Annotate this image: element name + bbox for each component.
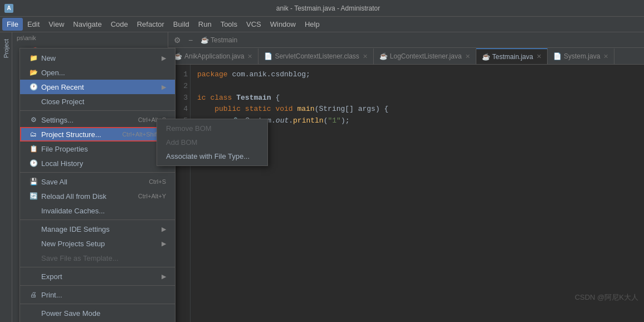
- power-save-icon: [29, 309, 38, 318]
- menu-run[interactable]: Run: [194, 18, 216, 31]
- export-arrow: ▶: [162, 273, 166, 280]
- menu-navigate[interactable]: Navigate: [69, 18, 106, 31]
- menu-new-projects[interactable]: New Projects Setup ▶: [20, 236, 175, 251]
- tab-servletcontextlistener[interactable]: 📄 ServletContextListener.class ✕: [258, 48, 373, 64]
- menu-open-recent-label: Open Recent: [41, 83, 84, 91]
- menu-file-properties-label: File Properties: [41, 145, 88, 153]
- open-icon: 📂: [29, 68, 38, 77]
- menu-edit[interactable]: Edit: [23, 18, 44, 31]
- menu-view[interactable]: View: [44, 18, 69, 31]
- menu-settings-label: Settings...: [41, 116, 74, 124]
- close-project-icon: [29, 97, 38, 106]
- breadcrumb-tab: ☕ Testmain: [201, 36, 237, 44]
- menu-manage-ide[interactable]: Manage IDE Settings ▶: [20, 222, 175, 236]
- code-line-3: ic class Testmain {: [197, 92, 637, 104]
- menu-reload-label: Reload All from Disk: [41, 192, 106, 201]
- reload-icon: 🔄: [29, 192, 38, 201]
- code-editor[interactable]: package com.anik.csdnblog; ic class Test…: [191, 65, 644, 322]
- project-panel-header: ps\anik: [12, 32, 168, 43]
- close-logcontextlistener[interactable]: ✕: [465, 53, 470, 60]
- separator-3: [20, 219, 175, 220]
- menu-file[interactable]: File: [2, 18, 23, 31]
- menu-manage-ide-label: Manage IDE Settings: [41, 225, 110, 233]
- menu-refactor[interactable]: Refactor: [133, 18, 169, 31]
- settings-icon[interactable]: ⚙: [172, 35, 183, 46]
- menu-power-save-label: Power Save Mode: [41, 309, 100, 318]
- separator-2: [20, 172, 175, 173]
- submenu-associate-file-type[interactable]: Associate with File Type...: [157, 149, 267, 163]
- new-icon: 📁: [29, 53, 38, 62]
- menu-vcs[interactable]: VCS: [242, 18, 266, 31]
- open-recent-icon: 🕐: [29, 82, 38, 91]
- tab-anikapplication-label: AnikApplication.java: [184, 52, 244, 60]
- submenu-add-bom: Add BOM: [157, 135, 267, 149]
- invalidate-icon: [29, 206, 38, 215]
- tab-anikapplication[interactable]: ☕ AnikApplication.java ✕: [168, 48, 258, 64]
- menu-project-structure[interactable]: 🗂 Project Structure... Ctrl+Alt+Shift+S: [20, 127, 175, 142]
- menu-export-label: Export: [41, 272, 62, 281]
- menu-print[interactable]: 🖨 Print...: [20, 287, 175, 302]
- menu-invalidate[interactable]: Invalidate Caches...: [20, 203, 175, 218]
- menu-invalidate-label: Invalidate Caches...: [41, 207, 105, 215]
- menu-project-structure-label: Project Structure...: [41, 130, 101, 139]
- open-recent-arrow: ▶: [162, 84, 166, 91]
- menu-build[interactable]: Build: [169, 18, 194, 31]
- new-arrow: ▶: [162, 55, 166, 62]
- servletcontextlistener-icon: 📄: [264, 52, 272, 60]
- menu-export[interactable]: Export ▶: [20, 269, 175, 284]
- menu-settings[interactable]: ⚙ Settings... Ctrl+Alt+S: [20, 113, 175, 127]
- menu-print-label: Print...: [41, 291, 62, 299]
- menu-save-all[interactable]: 💾 Save All Ctrl+S: [20, 174, 175, 189]
- settings-menu-icon: ⚙: [29, 115, 38, 124]
- separator-5: [20, 285, 175, 286]
- minimize-icon[interactable]: −: [185, 35, 196, 46]
- close-servletcontextlistener[interactable]: ✕: [363, 53, 368, 60]
- menu-window[interactable]: Window: [266, 18, 300, 31]
- menu-new[interactable]: 📁 New ▶: [20, 51, 175, 65]
- new-projects-arrow: ▶: [162, 240, 166, 247]
- title-bar: A anik - Testmain.java - Administrator: [0, 0, 644, 17]
- save-all-icon: 💾: [29, 177, 38, 186]
- menu-bar: File Edit View Navigate Code Refactor Bu…: [0, 17, 644, 32]
- menu-help[interactable]: Help: [300, 18, 324, 31]
- app-icon: A: [4, 4, 13, 13]
- close-anikapplication[interactable]: ✕: [247, 53, 252, 60]
- editor-content: 1 2 3 4 5 6 7 8 package com.anik.csdnblo…: [168, 65, 644, 322]
- menu-local-history-label: Local History: [41, 159, 83, 168]
- menu-close-project[interactable]: Close Project: [20, 94, 175, 109]
- tab-servletcontextlistener-label: ServletContextListener.class: [275, 52, 359, 60]
- watermark: CSDN @阿尼K大人: [575, 292, 638, 303]
- file-properties-submenu: Remove BOM Add BOM Associate with File T…: [157, 119, 268, 166]
- menu-save-template-label: Save File as Template...: [41, 254, 119, 262]
- menu-file-properties[interactable]: 📋 File Properties ▶: [20, 142, 175, 156]
- tab-system[interactable]: 📄 System.java ✕: [548, 48, 614, 64]
- project-structure-icon: 🗂: [29, 130, 38, 139]
- file-dropdown-menu: 📁 New ▶ 📂 Open... 🕐 Open Recent ▶ Close …: [19, 48, 175, 322]
- menu-open[interactable]: 📂 Open...: [20, 65, 175, 80]
- print-icon: 🖨: [29, 290, 38, 299]
- menu-code[interactable]: Code: [106, 18, 133, 31]
- menu-save-all-label: Save All: [41, 178, 67, 186]
- tab-testmain-label: Testmain.java: [492, 53, 533, 61]
- menu-power-save[interactable]: Power Save Mode: [20, 306, 175, 320]
- code-line-2: [197, 81, 637, 92]
- separator-1: [20, 110, 175, 111]
- menu-tools[interactable]: Tools: [216, 18, 242, 31]
- testmain-icon: ☕: [482, 53, 490, 61]
- tab-logcontextlistener[interactable]: ☕ LogContextListener.java ✕: [374, 48, 476, 64]
- main-layout: Project ps\anik ▶ 📚 External Libraries 🔧…: [0, 32, 644, 322]
- sidebar-tab-project[interactable]: Project: [2, 35, 11, 62]
- code-line-1: package com.anik.csdnblog;: [197, 69, 637, 81]
- menu-local-history[interactable]: 🕑 Local History ▶: [20, 156, 175, 170]
- system-icon: 📄: [553, 52, 562, 60]
- close-testmain[interactable]: ✕: [536, 53, 541, 60]
- close-system[interactable]: ✕: [603, 53, 608, 60]
- menu-reload[interactable]: 🔄 Reload All from Disk Ctrl+Alt+Y: [20, 189, 175, 203]
- menu-open-recent[interactable]: 🕐 Open Recent ▶: [20, 80, 175, 94]
- manage-ide-icon: [29, 225, 38, 233]
- tab-system-label: System.java: [564, 52, 600, 60]
- separator-4: [20, 267, 175, 267]
- tab-testmain[interactable]: ☕ Testmain.java ✕: [476, 48, 548, 64]
- editor-toolbar: ⚙ − ☕ Testmain: [168, 32, 644, 48]
- sidebar: Project: [0, 32, 12, 322]
